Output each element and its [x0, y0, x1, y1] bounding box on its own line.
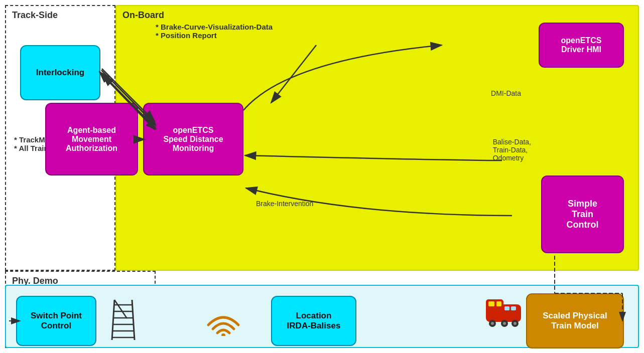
track-side-label: Track-Side — [12, 10, 58, 21]
speed-monitor-label: openETCSSpeed DistanceMonitoring — [163, 126, 223, 153]
svg-point-20 — [503, 322, 506, 325]
simple-train-label: SimpleTrainControl — [567, 199, 599, 230]
interlocking-box: Interlocking — [20, 45, 100, 100]
switch-point-box: Switch PointControl — [16, 296, 96, 346]
svg-line-8 — [114, 300, 127, 318]
svg-rect-15 — [504, 306, 509, 310]
train-svg — [483, 294, 524, 327]
agent-box: Agent-basedMovementAuthorization — [45, 103, 138, 175]
dmi-data-text: DMI-Data — [491, 89, 521, 97]
main-container: On-Board Track-Side Interlocking * Track… — [5, 5, 639, 348]
tracks-svg — [107, 297, 140, 342]
balise-text: Balise-Data,Train-Data,Odometry — [493, 138, 531, 162]
simple-train-box: SimpleTrainControl — [541, 175, 624, 253]
svg-point-22 — [513, 322, 517, 325]
wifi-icon — [198, 296, 248, 346]
svg-line-0 — [112, 300, 114, 340]
svg-point-9 — [221, 333, 225, 336]
driver-hmi-box: openETCSDriver HMI — [539, 23, 624, 68]
location-label: LocationIRDA-Balises — [287, 311, 341, 331]
brake-curve-text: * Brake-Curve-Visualization-Data* Positi… — [156, 23, 273, 40]
wifi-svg — [206, 306, 241, 336]
train-icon-container — [483, 294, 524, 327]
svg-rect-13 — [488, 301, 494, 306]
brake-intervention-text: Brake-Intervention — [256, 200, 313, 208]
interlocking-label: Interlocking — [36, 68, 84, 78]
location-irda-box: LocationIRDA-Balises — [271, 296, 356, 346]
scaled-train-label: Scaled PhysicalTrain Model — [543, 311, 607, 331]
on-board-label: On-Board — [122, 10, 164, 21]
svg-line-1 — [132, 300, 135, 340]
agent-label: Agent-basedMovementAuthorization — [66, 126, 117, 153]
svg-rect-14 — [496, 301, 501, 306]
driver-hmi-label: openETCSDriver HMI — [561, 36, 602, 54]
tracks-icon — [105, 296, 141, 343]
speed-monitor-box: openETCSSpeed DistanceMonitoring — [143, 103, 243, 175]
scaled-train-box: Scaled PhysicalTrain Model — [526, 293, 624, 348]
switch-point-label: Switch PointControl — [31, 311, 82, 331]
svg-rect-16 — [511, 306, 516, 310]
svg-point-18 — [491, 322, 494, 325]
